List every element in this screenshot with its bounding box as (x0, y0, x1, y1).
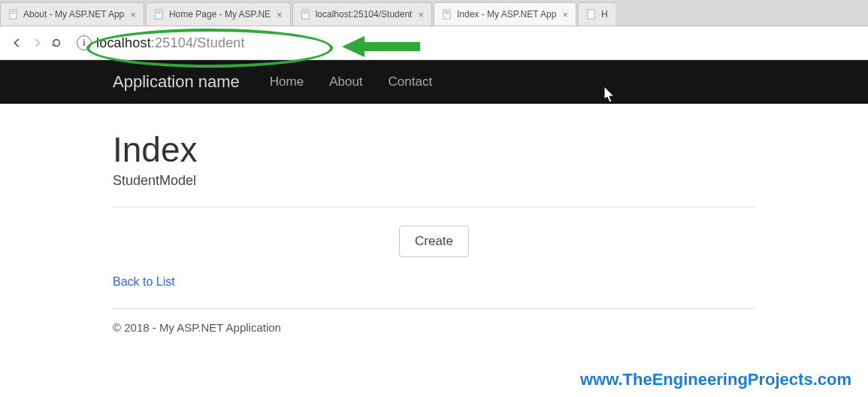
svg-rect-12 (588, 10, 594, 19)
svg-rect-6 (302, 10, 309, 19)
nav-link-contact[interactable]: Contact (389, 74, 433, 89)
svg-rect-0 (10, 10, 17, 19)
reload-button[interactable] (47, 33, 66, 53)
url-text: localhost:25104/Student (96, 35, 245, 51)
svg-rect-2 (11, 13, 16, 14)
nav-link-home[interactable]: Home (270, 74, 304, 89)
site-info-icon[interactable]: i (77, 35, 92, 50)
browser-tab[interactable]: H (578, 2, 615, 26)
svg-rect-5 (156, 13, 161, 14)
create-button[interactable]: Create (399, 226, 469, 257)
divider (113, 308, 755, 309)
page-icon (301, 9, 311, 20)
browser-toolbar: i localhost:25104/Student (0, 26, 868, 60)
svg-rect-10 (445, 11, 449, 12)
watermark-text: www.TheEngineeringProjects.com (580, 370, 851, 389)
divider (113, 207, 755, 208)
page-icon (154, 9, 165, 20)
page-content: Index StudentModel Create Back to List ©… (0, 104, 868, 334)
browser-tab[interactable]: Home Page - My ASP.NE × (146, 2, 291, 26)
svg-rect-1 (11, 11, 16, 12)
browser-tab[interactable]: localhost:25104/Student × (292, 2, 432, 26)
tab-close-icon[interactable]: × (418, 9, 424, 20)
svg-rect-4 (156, 11, 161, 12)
tab-close-icon[interactable]: × (277, 9, 283, 20)
page-heading: Index (113, 129, 755, 170)
tab-title: About - My ASP.NET App (23, 9, 124, 20)
tab-close-icon[interactable]: × (562, 9, 568, 20)
tab-title: H (601, 9, 608, 20)
svg-rect-3 (156, 10, 162, 19)
page-icon (442, 9, 452, 20)
tab-title: localhost:25104/Student (316, 9, 413, 20)
browser-tab[interactable]: About - My ASP.NET App × (0, 2, 144, 26)
svg-rect-7 (303, 11, 307, 12)
page-subtitle: StudentModel (113, 173, 755, 189)
page-icon (8, 9, 19, 20)
tab-close-icon[interactable]: × (130, 9, 136, 20)
brand-label[interactable]: Application name (113, 72, 240, 92)
address-bar[interactable]: i localhost:25104/Student (72, 32, 860, 54)
svg-rect-11 (445, 13, 449, 14)
browser-tab-active[interactable]: Index - My ASP.NET App × (434, 2, 576, 26)
footer-text: © 2018 - My ASP.NET Application (113, 321, 755, 334)
browser-tab-strip: About - My ASP.NET App × Home Page - My … (0, 0, 868, 26)
forward-button[interactable] (27, 33, 47, 53)
svg-rect-8 (303, 13, 307, 14)
tab-title: Index - My ASP.NET App (457, 9, 556, 20)
nav-link-about[interactable]: About (329, 74, 362, 89)
page-icon (586, 9, 597, 20)
app-navbar: Application name Home About Contact (0, 60, 868, 104)
svg-rect-9 (443, 10, 450, 19)
back-button[interactable] (8, 33, 27, 53)
tab-title: Home Page - My ASP.NE (169, 9, 271, 20)
back-to-list-link[interactable]: Back to List (113, 275, 175, 288)
